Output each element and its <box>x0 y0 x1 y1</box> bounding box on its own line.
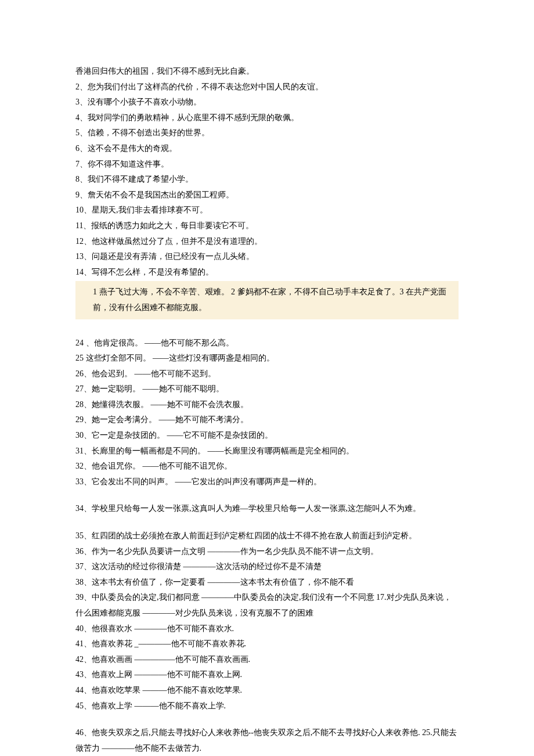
text-line: 11、报纸的诱惑力如此之大，每日非要读它不可。 <box>75 218 459 234</box>
spacer <box>75 489 459 501</box>
text-line: 10、星期天,我们非去看排球赛不可。 <box>75 203 459 218</box>
text-line: 32、他会诅咒你。 ——他不可能不诅咒你。 <box>75 459 459 474</box>
text-line: 26、他会迟到。 ——他不可能不迟到。 <box>75 366 459 382</box>
text-line: 42、他喜欢画画 —————他不可能不喜欢画画. <box>75 652 459 668</box>
paragraph-block-2: 24 、他肯定很高。 ——他不可能不那么高。 25 这些灯全部不同。 ——这些灯… <box>75 336 459 490</box>
text-line: 36、作为一名少先队员要讲一点文明 ————作为一名少先队员不能不讲一点文明。 <box>75 544 459 560</box>
text-line: 31、长廊里的每一幅画都是不同的。 ——长廊里没有哪两幅画是完全相同的。 <box>75 444 459 459</box>
highlight-box: 1 燕子飞过大海，不会不辛苦、艰难。 2 爹妈都不在家，不得不自己动手丰衣足食了… <box>75 281 459 319</box>
spacer <box>75 324 459 336</box>
text-line: 46、他丧失双亲之后,只能去寻找好心人来收养他--他丧失双亲之后,不能不去寻找好… <box>75 725 459 756</box>
text-line: 4、我对同学们的勇敢精神，从心底里不得不感到无限的敬佩。 <box>75 110 459 126</box>
text-line: 14、写得不怎么样，不是没有希望的。 <box>75 265 459 280</box>
text-line: 2、您为我们付出了这样高的代价，不得不表达您对中国人民的友谊。 <box>75 80 459 95</box>
document-page: 香港回归伟大的祖国，我们不得不感到无比自豪。 2、您为我们付出了这样高的代价，不… <box>0 0 534 756</box>
text-line: 7、你不得不知道这件事。 <box>75 157 459 172</box>
text-line: 6、这不会不是伟大的奇观。 <box>75 141 459 157</box>
paragraph-block-4: 35、红四团的战士必须抢在敌人前面赶到泸定桥红四团的战士不得不抢在敌人前面赶到泸… <box>75 528 459 714</box>
text-line: 29、她一定会考满分。 ——她不可能不考满分。 <box>75 412 459 428</box>
text-line: 27、她一定聪明。 ——她不可能不聪明。 <box>75 381 459 397</box>
text-line: 39、中队委员会的决定,我们都同意 ————中队委员会的决定,我们没有一个不同意… <box>75 590 459 621</box>
text-line: 25 这些灯全部不同。 ——这些灯没有哪两盏是相同的。 <box>75 351 459 366</box>
text-line: 44、他喜欢吃苹果 ———他不能不喜欢吃苹果. <box>75 683 459 699</box>
paragraph-block-1: 香港回归伟大的祖国，我们不得不感到无比自豪。 2、您为我们付出了这样高的代价，不… <box>75 64 459 280</box>
text-line: 40、他很喜欢水 ————他不可能不喜欢水. <box>75 621 459 637</box>
text-line: 34、学校里只给每一人发一张票,这真叫人为难—学校里只给每一人发一张票,这怎能叫… <box>75 501 459 517</box>
spacer <box>75 714 459 725</box>
text-line: 37、这次活动的经过你很清楚 ————这次活动的经过你不是不清楚 <box>75 559 459 575</box>
text-line: 45、他喜欢上学 ———他不能不喜欢上学. <box>75 699 459 714</box>
spacer <box>75 517 459 528</box>
text-line: 13、问题还是没有弄清，但已经没有一点儿头绪。 <box>75 249 459 265</box>
text-line: 香港回归伟大的祖国，我们不得不感到无比自豪。 <box>75 64 459 80</box>
text-line: 12、他这样做虽然过分了点，但并不是没有道理的。 <box>75 234 459 250</box>
text-line: 8、我们不得不建成了希望小学。 <box>75 172 459 188</box>
text-line: 9、詹天佑不会不是我国杰出的爱国工程师。 <box>75 188 459 203</box>
text-line: 33、它会发出不同的叫声。 ——它发出的叫声没有哪两声是一样的。 <box>75 474 459 490</box>
text-line: 38、这本书太有价值了，你一定要看 ————这本书太有价值了，你不能不看 <box>75 575 459 591</box>
text-line: 41、他喜欢养花 _————他不可能不喜欢养花. <box>75 636 459 652</box>
text-line: 43、他喜欢上网 ————他不可能不喜欢上网. <box>75 667 459 683</box>
text-line: 35、红四团的战士必须抢在敌人前面赶到泸定桥红四团的战士不得不抢在敌人前面赶到泸… <box>75 528 459 544</box>
text-line: 28、她懂得洗衣服。 ——她不可能不会洗衣服。 <box>75 397 459 413</box>
text-line: 24 、他肯定很高。 ——他不可能不那么高。 <box>75 336 459 351</box>
highlight-text: 1 燕子飞过大海，不会不辛苦、艰难。 2 爹妈都不在家，不得不自己动手丰衣足食了… <box>93 287 446 312</box>
paragraph-block-3: 34、学校里只给每一人发一张票,这真叫人为难—学校里只给每一人发一张票,这怎能叫… <box>75 501 459 517</box>
text-line: 3、没有哪个小孩子不喜欢小动物。 <box>75 95 459 110</box>
paragraph-block-5: 46、他丧失双亲之后,只能去寻找好心人来收养他--他丧失双亲之后,不能不去寻找好… <box>75 725 459 756</box>
text-line: 30、它一定是杂技团的。 ——它不可能不是杂技团的。 <box>75 428 459 444</box>
text-line: 5、信赖，不得不创造出美好的世界。 <box>75 125 459 141</box>
